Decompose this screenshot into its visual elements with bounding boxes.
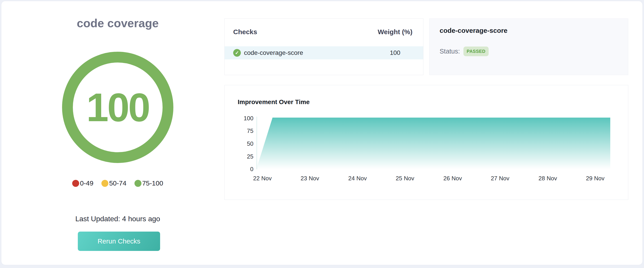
y-tick-label: 50	[229, 140, 254, 147]
checks-table-header: Checks Weight (%)	[225, 28, 423, 36]
x-tick-label: 29 Nov	[580, 175, 610, 182]
dashboard-card: code coverage 100 0-49 50-74 75-100 Last…	[1, 1, 643, 265]
checks-column-header: Checks	[233, 28, 257, 36]
legend-item-mid: 50-74	[102, 180, 126, 187]
status-badge: PASSED	[464, 46, 488, 56]
y-tick-label: 100	[229, 115, 254, 122]
table-row[interactable]: ✓ code-coverage-score 100	[225, 46, 423, 59]
chart-title: Improvement Over Time	[238, 98, 310, 106]
red-dot-icon	[72, 180, 79, 187]
check-detail-card: code-coverage-score Status: PASSED	[429, 18, 628, 75]
legend-item-high: 75-100	[134, 180, 163, 187]
improvement-chart-card: Improvement Over Time 100 75 50 25 0 22 …	[224, 85, 628, 200]
status-row: Status: PASSED	[440, 46, 488, 56]
checks-table-card: Checks Weight (%) ✓ code-coverage-score …	[224, 18, 424, 75]
check-circle-icon: ✓	[233, 49, 241, 57]
rerun-checks-button[interactable]: Rerun Checks	[78, 232, 160, 251]
detail-title: code-coverage-score	[440, 27, 508, 34]
y-tick-label: 25	[229, 153, 254, 160]
yellow-dot-icon	[102, 180, 108, 187]
legend-label: 75-100	[142, 180, 163, 187]
check-name: code-coverage-score	[244, 49, 303, 56]
x-tick-label: 23 Nov	[295, 175, 324, 182]
score-gauge: 100	[62, 52, 173, 163]
x-tick-label: 22 Nov	[248, 175, 277, 182]
legend-label: 50-74	[109, 180, 126, 187]
x-tick-label: 25 Nov	[390, 175, 420, 182]
score-legend: 0-49 50-74 75-100	[42, 180, 194, 187]
y-tick-label: 0	[229, 166, 254, 172]
status-label: Status:	[440, 48, 460, 55]
legend-item-low: 0-49	[72, 180, 93, 187]
area-series-code-coverage-score	[256, 118, 610, 169]
x-tick-label: 26 Nov	[438, 175, 467, 182]
weight-column-header: Weight (%)	[377, 28, 413, 36]
green-dot-icon	[134, 180, 142, 187]
y-tick-label: 75	[229, 128, 254, 134]
page-title: code coverage	[42, 16, 194, 30]
x-tick-label: 24 Nov	[343, 175, 372, 182]
legend-label: 0-49	[80, 180, 93, 187]
last-updated-text: Last Updated: 4 hours ago	[42, 215, 194, 223]
check-weight-value: 100	[377, 49, 413, 56]
x-tick-label: 28 Nov	[533, 175, 562, 182]
score-value: 100	[86, 88, 149, 128]
x-tick-label: 27 Nov	[486, 175, 515, 182]
